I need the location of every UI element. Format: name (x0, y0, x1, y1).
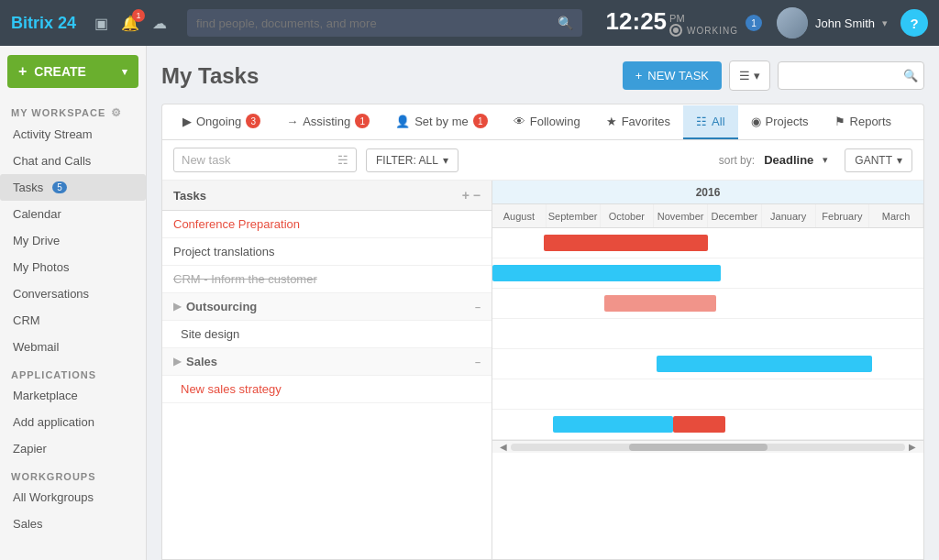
sort-arrow[interactable]: ▾ (823, 154, 828, 166)
sidebar-item-tasks[interactable]: Tasks 5 (0, 174, 146, 201)
filter-button[interactable]: FILTER: ALL ▾ (366, 148, 458, 172)
crm-label: CRM (13, 313, 40, 327)
applications-section: APPLICATIONS (0, 360, 146, 382)
tab-favorites-label: Favorites (622, 115, 670, 128)
cloud-icon[interactable]: ☁ (152, 15, 167, 32)
tab-assisting-label: Assisting (303, 115, 350, 128)
tab-reports-label: Reports (850, 115, 892, 128)
tab-reports[interactable]: ⚑ Reports (822, 105, 905, 139)
month-august: August (492, 204, 547, 227)
task-search-input[interactable] (788, 69, 898, 82)
sales-label: Sales (13, 517, 43, 531)
sort-label: sort by: (719, 154, 755, 167)
working-status[interactable]: WORKING (669, 24, 738, 37)
bar-conference (544, 235, 708, 251)
tab-assisting[interactable]: → Assisting 1 (273, 104, 382, 139)
help-button[interactable]: ? (900, 9, 928, 37)
sidebar-item-conversations[interactable]: Conversations (0, 280, 146, 307)
sales-collapse-icon: – (475, 357, 481, 368)
gear-icon[interactable]: ⚙ (111, 106, 122, 119)
zoom-in-icon[interactable]: + (462, 188, 470, 203)
task-row-crm[interactable]: CRM - Inform the customer (162, 266, 492, 293)
month-january: January (762, 204, 816, 227)
tab-all[interactable]: ☷ All (683, 105, 737, 139)
tab-following[interactable]: 👁 Following (501, 105, 593, 139)
global-search-input[interactable] (196, 16, 558, 30)
create-button[interactable]: + CREATE ▾ (7, 55, 138, 88)
sidebar-item-my-drive[interactable]: My Drive (0, 227, 146, 254)
gantt-row-2 (492, 289, 923, 319)
task-search-bar[interactable]: 🔍 (778, 61, 924, 90)
zoom-out-icon[interactable]: − (473, 188, 481, 203)
new-task-input-icon: ☵ (337, 153, 348, 167)
task-row-site-design[interactable]: Site design (162, 321, 492, 348)
task-row-translations[interactable]: Project translations (162, 238, 492, 266)
main-content: My Tasks + NEW TASK ☰ ▾ 🔍 ▶ Ongoing 3 (147, 46, 939, 560)
task-tabs: ▶ Ongoing 3 → Assisting 1 👤 Set by me 1 … (161, 104, 924, 139)
tab-favorites[interactable]: ★ Favorites (593, 105, 683, 139)
global-search-bar[interactable]: 🔍 (187, 9, 582, 37)
sidebar-item-marketplace[interactable]: Marketplace (0, 382, 146, 409)
task-row-new-sales[interactable]: New sales strategy (162, 376, 492, 403)
logo-bitrix: Bitrix (11, 14, 53, 32)
sidebar-item-all-workgroups[interactable]: All Workgroups (0, 484, 146, 511)
content-area: New task ☵ FILTER: ALL ▾ sort by: Deadli… (161, 139, 924, 560)
scroll-left-arrow[interactable]: ◀ (496, 442, 511, 452)
tab-ongoing[interactable]: ▶ Ongoing 3 (170, 104, 273, 139)
new-task-button[interactable]: + NEW TASK (623, 61, 722, 90)
user-section[interactable]: John Smith ▾ (777, 7, 888, 38)
my-workspace-label: MY WORKSPACE (11, 107, 105, 118)
bell-icon[interactable]: 🔔 1 (121, 15, 139, 32)
sidebar-item-webmail[interactable]: Webmail (0, 334, 146, 360)
projects-icon: ◉ (751, 115, 761, 128)
gantt-button[interactable]: GANTT ▾ (845, 148, 912, 172)
task-row-sales[interactable]: ▶ Sales – (162, 348, 492, 376)
tab-projects[interactable]: ◉ Projects (738, 105, 822, 139)
monitor-icon[interactable]: ▣ (94, 15, 108, 32)
sidebar-item-zapier[interactable]: Zapier (0, 435, 146, 462)
filter-label: FILTER: ALL (376, 154, 438, 167)
scroll-right-arrow[interactable]: ▶ (905, 442, 920, 452)
sidebar-item-my-photos[interactable]: My Photos (0, 254, 146, 280)
month-february: February (816, 204, 870, 227)
sidebar-item-calendar[interactable]: Calendar (0, 201, 146, 227)
sidebar-item-crm[interactable]: CRM (0, 307, 146, 334)
favorites-icon: ★ (606, 115, 617, 128)
tab-set-by-me[interactable]: 👤 Set by me 1 (382, 104, 501, 139)
task-list-header: Tasks + − (162, 181, 492, 211)
new-task-input[interactable]: New task ☵ (173, 148, 357, 172)
gantt-row-1 (492, 258, 923, 289)
scroll-thumb[interactable] (629, 444, 768, 451)
sidebar-item-sales[interactable]: Sales (0, 511, 146, 537)
view-toggle-button[interactable]: ☰ ▾ (729, 60, 770, 91)
gantt-months: August September October November Decemb… (492, 204, 923, 228)
list-view-icon: ☰ (739, 69, 750, 82)
outsourcing-expand-arrow: ▶ (173, 301, 181, 313)
gantt-scrollbar[interactable]: ◀ ▶ (492, 440, 923, 453)
page-header: My Tasks + NEW TASK ☰ ▾ 🔍 (161, 60, 924, 91)
crm-task-label: CRM - Inform the customer (173, 272, 317, 286)
main-layout: + CREATE ▾ MY WORKSPACE ⚙ Activity Strea… (0, 46, 939, 560)
bar-site-design (657, 356, 872, 372)
task-row-outsourcing[interactable]: ▶ Outsourcing – (162, 293, 492, 321)
tasks-badge: 5 (52, 181, 67, 193)
sidebar-item-activity-stream[interactable]: Activity Stream (0, 121, 146, 148)
outsourcing-task-label: Outsourcing (186, 300, 257, 313)
sales-expand-arrow: ▶ (173, 356, 181, 368)
sidebar-item-add-application[interactable]: Add application (0, 409, 146, 435)
time-pm: PM (669, 13, 738, 24)
scroll-track[interactable] (511, 444, 905, 451)
all-workgroups-label: All Workgroups (13, 490, 94, 504)
marketplace-label: Marketplace (13, 389, 78, 402)
tab-ongoing-label: Ongoing (196, 115, 241, 128)
workgroups-section: WORKGROUPS (0, 462, 146, 484)
all-icon: ☷ (696, 115, 707, 128)
tasks-label: Tasks (13, 181, 43, 194)
sort-value[interactable]: Deadline (764, 153, 813, 167)
logo: Bitrix 24 (11, 14, 76, 33)
create-label: CREATE (34, 64, 86, 79)
my-drive-label: My Drive (13, 234, 60, 247)
ongoing-icon: ▶ (182, 115, 192, 128)
task-row-conference[interactable]: Conference Preparation (162, 211, 492, 238)
sidebar-item-chat-calls[interactable]: Chat and Calls (0, 148, 146, 174)
